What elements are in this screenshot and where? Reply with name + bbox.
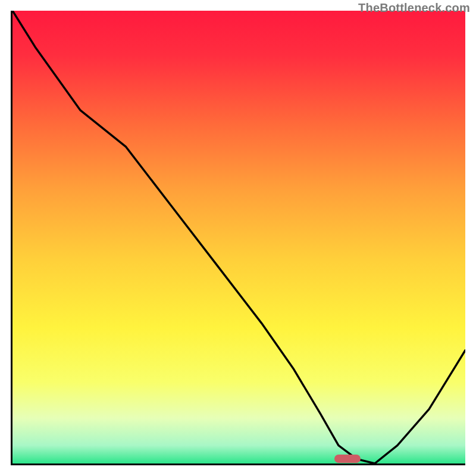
svg-rect-0	[12, 11, 465, 464]
optimal-point-marker	[334, 455, 361, 463]
chart-plot-area	[11, 11, 465, 465]
watermark-text: TheBottleneck.com	[358, 1, 470, 15]
chart-background-gradient	[12, 11, 465, 464]
